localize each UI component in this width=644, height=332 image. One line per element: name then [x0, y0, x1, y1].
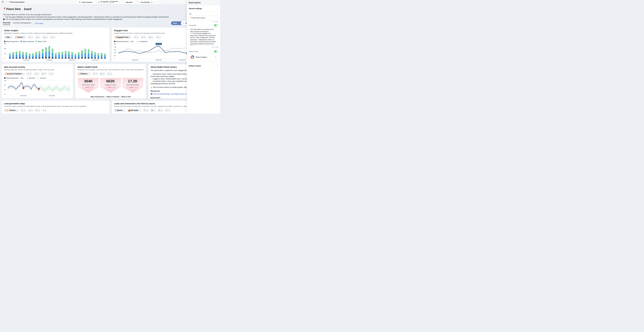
panel-title: Lead generation steps: [4, 103, 107, 105]
filter-icon: [29, 37, 31, 38]
chart-type-button[interactable]: [35, 36, 41, 39]
chevron-down-icon: [139, 110, 140, 111]
date-range-selector[interactable]: 20 Aug 2025 - 18 Sept 2025 16 Jul 2025 -…: [97, 1, 121, 4]
svg-text:08/09/2025: 08/09/2025: [179, 59, 185, 61]
chevron-down-icon: [103, 74, 104, 74]
data-source-button[interactable]: [148, 36, 154, 39]
filter-button[interactable]: +: [34, 109, 41, 112]
data-source-button[interactable]: [157, 109, 164, 112]
panel-title: New Accounts Activity: [4, 66, 71, 68]
palette-selector[interactable]: Piano Analytics: [189, 53, 218, 61]
methodology-link[interactable]: 📓 View full methodology: [150, 93, 170, 95]
svg-text:25/08/2025: 25/08/2025: [132, 59, 138, 61]
gear-icon: [166, 110, 168, 111]
metric-chip-5-metrics[interactable]: 5 Metrics: [78, 72, 91, 76]
description-field-label: Description: [189, 25, 196, 26]
dotted-line-swatch: [136, 41, 139, 42]
filter-button[interactable]: +: [26, 72, 32, 76]
svg-text:08/09/2025: 08/09/2025: [69, 59, 75, 61]
edit-title-button[interactable]: [21, 7, 24, 11]
board-title-input[interactable]: [189, 16, 218, 20]
down-triangle-icon: ▼: [127, 87, 128, 88]
description-toggle[interactable]: [214, 24, 218, 27]
chevron-down-icon: [31, 110, 32, 111]
data-source-button[interactable]: [42, 36, 48, 39]
info-icon[interactable]: [154, 2, 155, 3]
chevron-down-icon: [24, 37, 25, 38]
svg-text:01/09/2025: 01/09/2025: [156, 59, 162, 61]
panel-settings-button[interactable]: [164, 109, 171, 112]
data-source-button[interactable]: [41, 72, 47, 76]
chart-type-button[interactable]: [140, 36, 146, 39]
filter-button[interactable]: +: [143, 109, 149, 112]
eco-on-badge: ON: [150, 2, 153, 3]
sites-selector[interactable]: 3 sites selected: [77, 1, 96, 4]
filter-button[interactable]: +: [28, 36, 34, 39]
edit-board-icon[interactable]: [5, 1, 7, 3]
metric-chip-account-creations[interactable]: Account Creations: [4, 72, 25, 76]
close-icon[interactable]: ✕: [215, 1, 218, 4]
panel-settings-button[interactable]: [106, 72, 112, 76]
page-title: 📍Piano Demo Board: [3, 7, 32, 11]
svg-text:20K: 20K: [114, 46, 116, 48]
collapse-section-button[interactable]: –: [217, 8, 218, 10]
chevron-down-icon: [152, 37, 153, 38]
svg-text:21,750: 21,750: [156, 43, 161, 45]
chevron-right-icon: [216, 57, 216, 58]
gear-icon: [156, 37, 158, 38]
kpi-logged-in-users: 662K Logged-in users ▼-5.0%698K: [100, 78, 121, 93]
down-triangle-icon: ▼: [83, 87, 84, 88]
anomaly-legend-icon: [26, 77, 28, 79]
chevron-down-icon: [52, 74, 53, 74]
new-page-button[interactable]: +New page: [34, 22, 43, 25]
board-description-textarea[interactable]: This board offers an overview of our sit…: [189, 27, 218, 46]
funnel-type-button[interactable]: [20, 109, 26, 112]
panel-title: Metrics Health Check: [78, 66, 144, 68]
chevron-down-icon: [168, 110, 170, 111]
tab-overview[interactable]: Overview: [3, 22, 10, 25]
dimension-chip-site[interactable]: Site: [4, 36, 13, 39]
panel-settings-button[interactable]: [27, 109, 34, 112]
my-alerts-button[interactable]: My alerts: [122, 1, 136, 4]
svg-text:↓: ↓: [38, 88, 39, 90]
filter-button[interactable]: +: [92, 72, 98, 76]
tab-customer-demographics[interactable]: Customer demographics: [13, 22, 31, 25]
filter-button[interactable]: +: [133, 36, 140, 39]
metric-chip-visitors[interactable]: Visitors: [14, 36, 26, 39]
custom-colors-label: Custom colors: [189, 51, 198, 52]
kpi-view-button[interactable]: [99, 72, 105, 76]
svg-text:10K: 10K: [4, 80, 6, 81]
chevron-down-icon: [154, 110, 155, 111]
heatmap-type-button[interactable]: [150, 109, 156, 112]
svg-text:10K: 10K: [114, 52, 116, 53]
panel-lead-gen: Lead generation steps Track how visitors…: [2, 101, 110, 114]
sidebar-title: Board options: [189, 2, 201, 4]
svg-text:5K: 5K: [114, 55, 116, 56]
chevron-down-icon: [159, 37, 160, 38]
panel-settings-button[interactable]: [50, 36, 56, 39]
panel-title: Visitor Insights: [4, 29, 107, 32]
bell-icon: [124, 1, 126, 3]
svg-text:01/09/2025: 01/09/2025: [20, 95, 26, 96]
panel-settings-button[interactable]: [155, 36, 161, 39]
metric-chip-visitors-funnel[interactable]: Visitors: [4, 109, 19, 112]
down-triangle-icon: ▼: [105, 87, 106, 88]
default-context-section[interactable]: Default context: [189, 63, 218, 69]
eco-friendly-toggle[interactable]: Eco-friendly ON: [137, 1, 156, 4]
general-settings-heading: General settings: [189, 8, 202, 10]
anomaly-line-icon: [35, 73, 36, 75]
pencil-off-icon: [45, 110, 46, 111]
custom-colors-toggle[interactable]: [214, 50, 218, 53]
panel-settings-button[interactable]: [48, 72, 54, 76]
piano-analytics-logo[interactable]: [2, 1, 4, 4]
breadcrumb-board-name[interactable]: 📍Piano Demo Board: [8, 1, 24, 3]
dimension-chip-source[interactable]: Source: [114, 109, 126, 112]
anomaly-chart-button[interactable]: [34, 72, 40, 76]
chevron-down-icon: [11, 37, 12, 38]
chevron-down-icon: [123, 110, 124, 111]
kpi-group: 364K Anonymous users ▼-5.0%384K 662K Log…: [78, 78, 144, 93]
annotations-toggle-button[interactable]: [42, 109, 48, 112]
page-tabs: Overview Customer demographics +New page: [3, 22, 43, 25]
metric-chip-engaged-visits[interactable]: Engaged Visits: [114, 36, 132, 39]
filter-icon: [93, 73, 95, 75]
